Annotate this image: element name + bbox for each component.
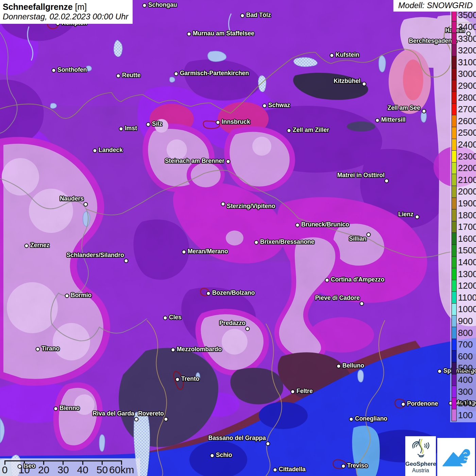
- city-dot-icon: [362, 82, 367, 86]
- legend-value-label: 2400: [458, 139, 476, 150]
- city-label: Sterzing/Vipiteno: [227, 203, 275, 210]
- city-label: Sillian: [349, 235, 367, 242]
- city-label: Berchtesgaden: [409, 37, 452, 45]
- city-label: Iseo: [23, 462, 35, 470]
- legend-color-swatch: [452, 68, 457, 80]
- city-dot-icon: [134, 417, 139, 422]
- city-label: Bruneck/Brunico: [301, 221, 349, 228]
- city-dot-icon: [182, 250, 186, 254]
- legend-color-swatch: [452, 291, 457, 304]
- city-dot-icon: [164, 417, 168, 422]
- legend-value-label: 1600: [458, 233, 476, 244]
- city-label: Trento: [181, 375, 199, 382]
- legend-color-swatch: [452, 315, 457, 327]
- legend-color-swatch: [452, 150, 457, 163]
- legend-color-swatch: [452, 209, 457, 221]
- legend-color-swatch: [452, 374, 457, 386]
- city-dot-icon: [18, 464, 22, 469]
- city-dot-icon: [325, 278, 329, 283]
- city-label: Kitzbühel: [334, 78, 360, 85]
- legend-color-swatch: [452, 386, 457, 398]
- legend-color-swatch: [452, 268, 457, 280]
- city-label: Bormio: [71, 292, 91, 299]
- city-label: Sonthofen: [57, 66, 87, 73]
- city-dot-icon: [367, 233, 371, 237]
- city-label: Belluno: [342, 362, 364, 369]
- legend-value-label: 2000: [458, 186, 476, 197]
- city-dot-icon: [52, 68, 56, 73]
- legend-value-label: 1800: [458, 210, 476, 220]
- legend-value-label: 2900: [458, 80, 476, 91]
- city-dot-icon: [330, 53, 334, 58]
- model-label: Modell: SNOWGRID: [393, 0, 476, 12]
- legend-color-swatch: [452, 80, 457, 92]
- legend-value-label: 3000: [458, 69, 476, 79]
- legend-color-swatch: [452, 91, 457, 104]
- city-label: Zell am Ziller: [293, 126, 329, 134]
- city-dot-icon: [341, 464, 346, 469]
- city-label: Mittersill: [381, 116, 406, 123]
- city-label: Nauders: [60, 195, 84, 202]
- legend-value-label: 2700: [458, 104, 476, 115]
- city-dot-icon: [422, 109, 426, 114]
- city-dot-icon: [349, 417, 354, 422]
- legend-value-label: 3400: [458, 21, 476, 32]
- city-label: Brixen/Bressanone: [260, 238, 314, 245]
- city-dot-icon: [93, 149, 97, 153]
- legend-value-label: 3100: [458, 57, 476, 67]
- city-dot-icon: [401, 402, 406, 407]
- legend-value-label: 800: [458, 327, 473, 338]
- legend-value-label: 600: [458, 351, 473, 361]
- city-dot-icon: [438, 369, 442, 374]
- legend-color-swatch: [452, 327, 457, 339]
- legend-value-label: 3200: [458, 45, 476, 56]
- city-label: Schongau: [148, 1, 177, 8]
- city-label: Bozen/Bolzano: [212, 289, 255, 296]
- city-label: Reutte: [122, 72, 140, 79]
- city-label: Schlanders/Silandro: [67, 252, 124, 259]
- legend-color-swatch: [452, 303, 457, 316]
- city-label: Schio: [216, 452, 232, 459]
- city-label: Matrei in Osttirol: [337, 172, 385, 179]
- city-dot-icon: [124, 259, 129, 263]
- city-label: Predazzo: [219, 320, 245, 327]
- city-label: Bad Tölz: [246, 12, 271, 19]
- legend-color-swatch: [452, 256, 457, 269]
- city-dot-icon: [226, 159, 231, 164]
- mountain-logo-icon: [441, 441, 472, 473]
- city-label: Bassano del Grappa: [208, 435, 266, 442]
- city-label: Bienno: [60, 405, 80, 412]
- city-dot-icon: [116, 74, 121, 78]
- city-dot-icon: [240, 14, 245, 18]
- city-dot-icon: [54, 407, 58, 411]
- city-label: Tirano: [41, 345, 60, 352]
- city-label: Silz: [152, 120, 162, 128]
- legend-color-swatch: [452, 56, 457, 68]
- legend-color-swatch: [452, 139, 457, 151]
- legend-color-swatch: [452, 162, 457, 174]
- city-dot-icon: [385, 179, 389, 183]
- city-label: Cittadella: [279, 466, 306, 473]
- city-dot-icon: [254, 240, 259, 245]
- legend-value-label: 3300: [458, 33, 476, 44]
- geosphere-contour-icon: [410, 436, 431, 459]
- city-dot-icon: [171, 348, 175, 352]
- city-dot-icon: [210, 454, 215, 458]
- legend-value-label: 2100: [458, 174, 476, 185]
- legend-color-swatch: [452, 21, 457, 33]
- legend-value-label: 2800: [458, 92, 476, 103]
- city-dot-icon: [273, 468, 277, 472]
- elevation-legend: 3500340033003200310030002900280027002600…: [450, 8, 476, 422]
- legend-color-swatch: [452, 339, 457, 351]
- legend-value-label: 700: [458, 339, 473, 350]
- city-dot-icon: [216, 120, 220, 125]
- city-label: Steinach am Brenner: [165, 157, 224, 165]
- city-label: Innsbruck: [222, 118, 250, 125]
- legend-color-swatch: [452, 174, 457, 186]
- city-dot-icon: [337, 364, 341, 369]
- city-dot-icon: [146, 122, 151, 127]
- city-label: Conegliano: [355, 415, 387, 422]
- legend-value-label: 1000: [458, 304, 476, 314]
- city-dot-icon: [245, 327, 250, 331]
- city-label: Pordenone: [407, 400, 438, 407]
